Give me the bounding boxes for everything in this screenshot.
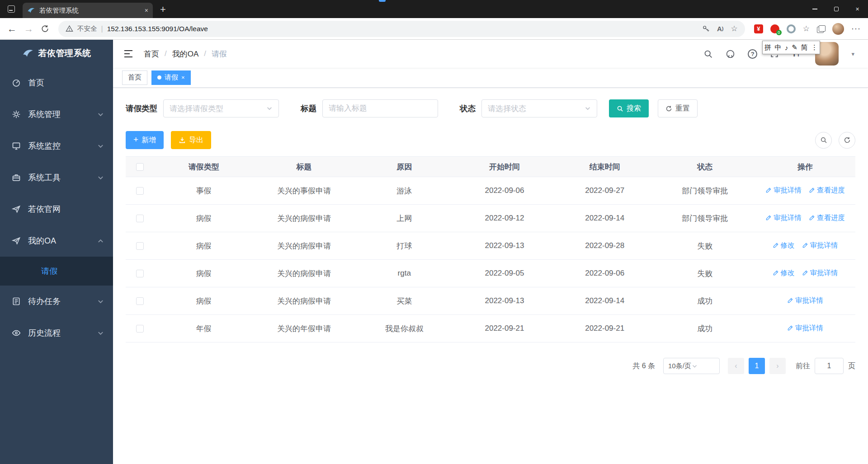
table-toolbar: + 新增 导出: [126, 131, 855, 149]
ime-toolbar[interactable]: 拼中♪✎简⋮: [762, 41, 820, 54]
row-checkbox[interactable]: [136, 270, 144, 277]
action-link[interactable]: 修改: [773, 241, 795, 250]
row-checkbox[interactable]: [136, 325, 144, 333]
select-all-checkbox[interactable]: [136, 163, 144, 171]
favorites-icon[interactable]: ☆: [803, 24, 810, 33]
security-label[interactable]: 不安全: [77, 24, 97, 33]
tag-leave[interactable]: 请假 ×: [151, 70, 191, 85]
sidebar-toggle-button[interactable]: [123, 48, 134, 59]
close-button[interactable]: ×: [847, 0, 868, 18]
title-input[interactable]: [329, 104, 432, 113]
minimize-button[interactable]: [804, 0, 826, 18]
github-icon[interactable]: [726, 49, 735, 59]
ime-glyph[interactable]: ♪: [785, 44, 788, 52]
read-aloud-icon[interactable]: A): [717, 25, 724, 33]
prev-page-button[interactable]: ‹: [728, 358, 744, 374]
row-checkbox[interactable]: [136, 215, 144, 222]
screen: 若依管理系统 × + × ← → 不安全 | 152.136.153.155:9…: [0, 0, 868, 464]
sidebar-item-label: 若依官网: [28, 204, 61, 215]
page-1-button[interactable]: 1: [749, 358, 765, 374]
collections-icon[interactable]: [817, 25, 825, 33]
download-icon: [179, 136, 186, 144]
sidebar-item-todo-tasks[interactable]: 待办任务: [0, 286, 113, 317]
table-row: 病假关兴的病假申请上网2022-09-122022-09-14部门领导审批审批详…: [126, 205, 855, 232]
action-link[interactable]: 审批详情: [765, 213, 802, 223]
action-link[interactable]: 查看进度: [809, 186, 845, 195]
cell-type: 事假: [154, 177, 254, 205]
sidebar-item-home[interactable]: 首页: [0, 67, 113, 98]
ime-glyph[interactable]: 中: [774, 43, 781, 52]
next-page-button[interactable]: ›: [769, 358, 786, 374]
sidebar-item-system-monitor[interactable]: 系统监控: [0, 130, 113, 162]
chevron-down-icon: [97, 174, 104, 181]
breadcrumb-home[interactable]: 首页: [144, 49, 159, 59]
breadcrumb-separator: /: [204, 49, 206, 58]
sidebar-item-system-management[interactable]: 系统管理: [0, 98, 113, 130]
leave-type-select[interactable]: 请选择请假类型: [163, 99, 279, 117]
refresh-table-button[interactable]: [839, 132, 855, 149]
row-checkbox[interactable]: [136, 242, 144, 250]
page-unit-label: 页: [848, 361, 855, 371]
reload-button[interactable]: [41, 24, 49, 33]
export-button[interactable]: 导出: [171, 131, 211, 149]
sidebar-item-my-oa[interactable]: 我的OA: [0, 225, 113, 257]
hide-search-button[interactable]: [815, 132, 832, 149]
browser-tab[interactable]: 若依管理系统 ×: [23, 3, 153, 18]
app-logo[interactable]: 若依管理系统: [0, 40, 113, 67]
action-link[interactable]: 审批详情: [802, 241, 838, 250]
browser-profile-avatar[interactable]: [832, 23, 844, 35]
action-link[interactable]: 审批详情: [787, 323, 823, 333]
extension-icon-shopping[interactable]: ¥: [754, 24, 763, 33]
url-text[interactable]: 152.136.153.155:9091/OA/leave: [107, 25, 698, 33]
browser-menu-icon[interactable]: ···: [851, 24, 861, 33]
monitor-icon: [11, 141, 21, 150]
breadcrumb-my-oa[interactable]: 我的OA: [172, 49, 199, 59]
cell-title: 关兴的年假申请: [254, 315, 354, 342]
ime-glyph[interactable]: 拼: [764, 43, 771, 52]
action-link[interactable]: 审批详情: [765, 186, 802, 195]
action-link[interactable]: 审批详情: [787, 296, 823, 305]
add-favorite-icon[interactable]: ☆: [731, 24, 738, 33]
edit-pencil-icon: [765, 187, 772, 193]
page-size-select[interactable]: 10条/页: [663, 358, 720, 374]
cell-reason: 游泳: [354, 177, 454, 205]
action-link[interactable]: 审批详情: [802, 268, 838, 278]
tab-close-icon[interactable]: ×: [145, 7, 148, 14]
search-icon[interactable]: [703, 49, 713, 59]
password-key-icon[interactable]: [702, 25, 710, 33]
reset-button[interactable]: 重置: [658, 99, 698, 117]
tab-actions-button[interactable]: [0, 0, 23, 18]
maximize-button[interactable]: [826, 0, 847, 18]
action-link[interactable]: 查看进度: [809, 213, 845, 223]
cell-title: 关兴的病假申请: [254, 287, 354, 315]
back-button[interactable]: ←: [7, 23, 17, 34]
action-link[interactable]: 修改: [773, 268, 795, 278]
table-header-row: 请假类型标题原因开始时间结束时间状态操作: [126, 157, 855, 177]
sidebar-item-leave[interactable]: 请假: [0, 257, 113, 286]
sidebar-item-history-flow[interactable]: 历史流程: [0, 317, 113, 349]
column-header: 操作: [755, 157, 855, 177]
status-select[interactable]: 请选择状态: [481, 99, 597, 117]
sidebar-item-system-tools[interactable]: 系统工具: [0, 162, 113, 193]
sidebar-item-official-site[interactable]: 若依官网: [0, 193, 113, 225]
ime-glyph[interactable]: ✎: [792, 43, 797, 52]
ime-glyph[interactable]: 简: [801, 43, 807, 52]
tag-close-icon[interactable]: ×: [181, 74, 185, 81]
avatar-caret-icon[interactable]: ▾: [851, 51, 854, 57]
extension-icon-round[interactable]: [787, 24, 796, 33]
cell-type: 年假: [154, 315, 254, 342]
tag-home[interactable]: 首页: [122, 70, 147, 85]
docs-question-icon[interactable]: ?: [748, 49, 757, 59]
address-bar[interactable]: 不安全 | 152.136.153.155:9091/OA/leave A) ☆: [58, 21, 745, 37]
add-button[interactable]: + 新增: [126, 131, 164, 149]
hamburger-icon: [123, 48, 134, 59]
goto-page-input[interactable]: [815, 358, 844, 374]
row-checkbox[interactable]: [136, 187, 144, 195]
ime-glyph[interactable]: ⋮: [811, 43, 818, 52]
chevron-down-icon: [97, 143, 104, 150]
row-checkbox[interactable]: [136, 297, 144, 305]
forward-button[interactable]: →: [24, 23, 33, 34]
search-button[interactable]: 搜索: [609, 99, 649, 117]
new-tab-button[interactable]: +: [160, 4, 166, 15]
extension-icon-blocker[interactable]: 0: [770, 24, 779, 33]
